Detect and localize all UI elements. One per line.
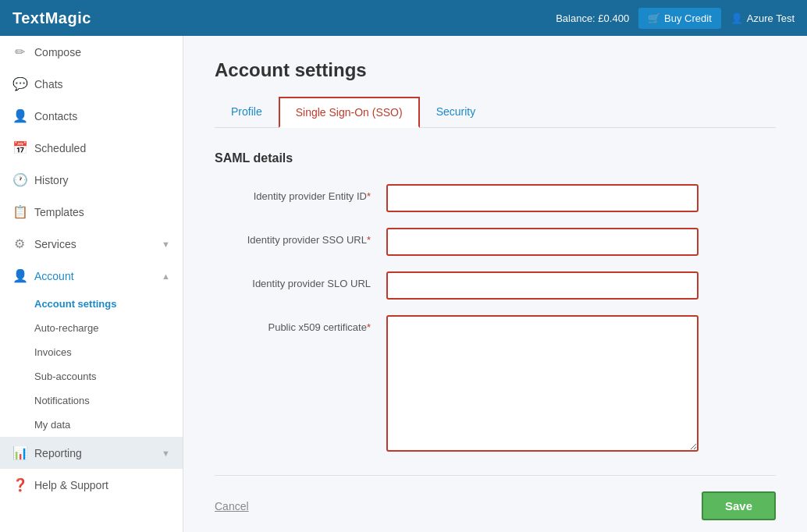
services-icon: ⚙	[12, 236, 27, 251]
sidebar-item-label: History	[34, 174, 69, 186]
app-logo: TextMagic	[12, 9, 91, 27]
form-footer: Cancel Save	[215, 475, 776, 520]
tab-sso[interactable]: Single Sign-On (SSO)	[279, 97, 420, 128]
sidebar-item-label: Compose	[34, 46, 81, 59]
user-menu-button[interactable]: 👤 Azure Test	[731, 12, 795, 24]
label-certificate: Public x509 certificate*	[215, 315, 386, 333]
sidebar-item-label: Help & Support	[34, 479, 108, 491]
label-slo-url: Identity provider SLO URL	[215, 271, 386, 289]
required-marker: *	[367, 234, 371, 246]
main-layout: ✏ Compose 💬 Chats 👤 Contacts 📅 Scheduled…	[0, 36, 807, 532]
chevron-down-icon: ▼	[162, 239, 170, 249]
sidebar-item-account[interactable]: 👤 Account ▲	[0, 260, 183, 292]
form-group-certificate: Public x509 certificate*	[215, 315, 776, 452]
required-marker: *	[367, 321, 371, 333]
history-icon: 🕐	[12, 172, 27, 187]
topnav-right: Balance: £0.400 🛒 Buy Credit 👤 Azure Tes…	[556, 8, 795, 29]
buy-credit-button[interactable]: 🛒 Buy Credit	[638, 8, 721, 29]
required-marker: *	[367, 190, 371, 202]
chats-icon: 💬	[12, 76, 27, 91]
settings-tabs: Profile Single Sign-On (SSO) Security	[215, 97, 776, 128]
compose-icon: ✏	[12, 44, 27, 59]
tab-security[interactable]: Security	[420, 97, 492, 128]
tab-profile[interactable]: Profile	[215, 97, 279, 128]
scheduled-icon: 📅	[12, 140, 27, 155]
sidebar-item-services[interactable]: ⚙ Services ▼	[0, 228, 183, 260]
sidebar-item-history[interactable]: 🕐 History	[0, 164, 183, 196]
sidebar-subitem-sub-accounts[interactable]: Sub-accounts	[0, 364, 183, 388]
input-entity-id[interactable]	[386, 184, 699, 212]
chevron-down-icon: ▼	[162, 449, 170, 458]
page-title: Account settings	[215, 59, 776, 81]
save-button[interactable]: Save	[702, 491, 776, 520]
contacts-icon: 👤	[12, 108, 27, 123]
sidebar-item-label: Reporting	[34, 447, 82, 459]
sidebar-subitem-notifications[interactable]: Notifications	[0, 388, 183, 413]
saml-form: Identity provider Entity ID* Identity pr…	[215, 184, 776, 520]
top-navigation: TextMagic Balance: £0.400 🛒 Buy Credit 👤…	[0, 0, 807, 36]
sidebar-subitem-account-settings[interactable]: Account settings	[0, 292, 183, 316]
sidebar-item-help[interactable]: ❓ Help & Support	[0, 469, 183, 501]
sidebar-subitem-invoices[interactable]: Invoices	[0, 340, 183, 364]
balance-display: Balance: £0.400	[556, 12, 629, 24]
input-slo-url[interactable]	[386, 271, 699, 300]
main-content: Account settings Profile Single Sign-On …	[183, 36, 807, 532]
sidebar-item-contacts[interactable]: 👤 Contacts	[0, 100, 183, 132]
section-title: SAML details	[215, 151, 776, 165]
templates-icon: 📋	[12, 204, 27, 219]
sidebar-item-chats[interactable]: 💬 Chats	[0, 68, 183, 100]
textarea-certificate[interactable]	[386, 315, 699, 452]
sidebar-item-label: Templates	[34, 206, 84, 218]
form-group-slo-url: Identity provider SLO URL	[215, 271, 776, 300]
sidebar-subitem-auto-recharge[interactable]: Auto-recharge	[0, 316, 183, 340]
label-entity-id: Identity provider Entity ID*	[215, 184, 386, 202]
reporting-icon: 📊	[12, 445, 27, 460]
sidebar-item-compose[interactable]: ✏ Compose	[0, 36, 183, 68]
form-group-entity-id: Identity provider Entity ID*	[215, 184, 776, 212]
sidebar-item-label: Account	[34, 270, 74, 282]
account-icon: 👤	[12, 268, 27, 283]
help-icon: ❓	[12, 477, 27, 492]
label-sso-url: Identity provider SSO URL*	[215, 228, 386, 246]
user-icon: 👤	[731, 12, 743, 24]
sidebar: ✏ Compose 💬 Chats 👤 Contacts 📅 Scheduled…	[0, 36, 183, 532]
sidebar-item-label: Contacts	[34, 110, 77, 122]
sidebar-item-reporting[interactable]: 📊 Reporting ▼	[0, 437, 183, 469]
form-group-sso-url: Identity provider SSO URL*	[215, 228, 776, 256]
chevron-up-icon: ▲	[162, 271, 170, 281]
sidebar-item-label: Chats	[34, 78, 63, 90]
cart-icon: 🛒	[648, 12, 660, 24]
sidebar-item-scheduled[interactable]: 📅 Scheduled	[0, 132, 183, 164]
cancel-button[interactable]: Cancel	[215, 500, 249, 512]
sidebar-item-label: Services	[34, 238, 76, 250]
sidebar-subitem-my-data[interactable]: My data	[0, 413, 183, 437]
sidebar-item-templates[interactable]: 📋 Templates	[0, 196, 183, 228]
sidebar-item-label: Scheduled	[34, 142, 86, 154]
input-sso-url[interactable]	[386, 228, 699, 256]
